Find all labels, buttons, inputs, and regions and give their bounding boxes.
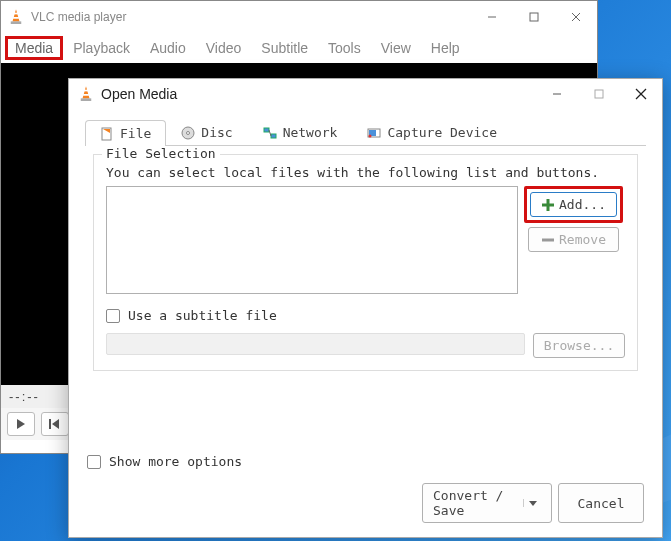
menu-subtitle[interactable]: Subtitle xyxy=(251,36,318,60)
open-media-dialog: Open Media File Disc Network Capture Dev… xyxy=(68,78,663,538)
tab-file[interactable]: File xyxy=(85,120,166,146)
disc-icon xyxy=(181,126,195,140)
svg-rect-3 xyxy=(13,17,19,19)
tab-disc-label: Disc xyxy=(201,125,232,140)
om-close-button[interactable] xyxy=(620,79,662,109)
menu-tools[interactable]: Tools xyxy=(318,36,371,60)
show-more-label: Show more options xyxy=(109,454,242,469)
minimize-button[interactable] xyxy=(471,2,513,32)
file-selection-legend: File Selection xyxy=(102,146,220,161)
tab-capture-label: Capture Device xyxy=(387,125,497,140)
minus-icon xyxy=(541,233,555,247)
subtitle-checkbox[interactable] xyxy=(106,309,120,323)
add-button-highlight: Add... xyxy=(524,186,623,223)
remove-button[interactable]: Remove xyxy=(528,227,619,252)
convert-save-label: Convert / Save xyxy=(433,488,519,518)
convert-dropdown[interactable] xyxy=(523,499,541,507)
om-maximize-button[interactable] xyxy=(578,79,620,109)
menu-help[interactable]: Help xyxy=(421,36,470,60)
menu-media[interactable]: Media xyxy=(5,36,63,60)
open-media-title: Open Media xyxy=(101,86,536,102)
browse-button[interactable]: Browse... xyxy=(533,333,625,358)
vlc-icon xyxy=(79,86,93,102)
plus-icon xyxy=(541,198,555,212)
file-icon xyxy=(100,127,114,141)
svg-marker-10 xyxy=(52,419,59,429)
svg-rect-30 xyxy=(542,203,554,206)
menu-view[interactable]: View xyxy=(371,36,421,60)
svg-rect-1 xyxy=(11,21,22,24)
svg-marker-0 xyxy=(13,9,20,21)
open-media-tabs: File Disc Network Capture Device xyxy=(85,119,646,146)
tab-capture[interactable]: Capture Device xyxy=(352,119,512,145)
show-more-checkbox[interactable] xyxy=(87,455,101,469)
file-selection-group: File Selection You can select local file… xyxy=(93,154,638,371)
svg-rect-13 xyxy=(84,90,88,92)
tab-disc[interactable]: Disc xyxy=(166,119,247,145)
capture-icon xyxy=(367,126,381,140)
close-button[interactable] xyxy=(555,2,597,32)
subtitle-path-input[interactable] xyxy=(106,333,525,355)
svg-rect-24 xyxy=(271,134,276,138)
svg-line-25 xyxy=(269,130,271,136)
vlc-icon xyxy=(9,9,23,25)
svg-rect-14 xyxy=(83,94,89,96)
cancel-button[interactable]: Cancel xyxy=(558,483,644,523)
svg-rect-16 xyxy=(595,90,603,98)
subtitle-label: Use a subtitle file xyxy=(128,308,277,323)
svg-marker-8 xyxy=(17,419,25,429)
svg-rect-2 xyxy=(14,13,18,15)
maximize-button[interactable] xyxy=(513,2,555,32)
tab-file-label: File xyxy=(120,126,151,141)
menu-audio[interactable]: Audio xyxy=(140,36,196,60)
add-button-label: Add... xyxy=(559,197,606,212)
cancel-button-label: Cancel xyxy=(578,496,625,511)
svg-rect-31 xyxy=(542,238,554,241)
svg-rect-12 xyxy=(81,98,92,101)
svg-rect-9 xyxy=(49,419,51,429)
om-minimize-button[interactable] xyxy=(536,79,578,109)
browse-button-label: Browse... xyxy=(544,338,614,353)
vlc-menubar: Media Playback Audio Video Subtitle Tool… xyxy=(1,33,597,63)
vlc-titlebar[interactable]: VLC media player xyxy=(1,1,597,33)
svg-rect-23 xyxy=(264,128,269,132)
convert-save-button[interactable]: Convert / Save xyxy=(422,483,552,523)
svg-point-28 xyxy=(369,134,372,137)
svg-rect-5 xyxy=(530,13,538,21)
add-button[interactable]: Add... xyxy=(530,192,617,217)
svg-point-22 xyxy=(187,131,190,134)
remove-button-label: Remove xyxy=(559,232,606,247)
chevron-down-icon xyxy=(529,499,537,507)
svg-marker-32 xyxy=(529,501,537,506)
open-media-titlebar[interactable]: Open Media xyxy=(69,79,662,109)
menu-video[interactable]: Video xyxy=(196,36,252,60)
svg-marker-11 xyxy=(83,86,90,98)
file-list[interactable] xyxy=(106,186,518,294)
tab-network[interactable]: Network xyxy=(248,119,353,145)
tab-network-label: Network xyxy=(283,125,338,140)
menu-playback[interactable]: Playback xyxy=(63,36,140,60)
previous-button[interactable] xyxy=(41,412,69,436)
play-button[interactable] xyxy=(7,412,35,436)
show-more-options[interactable]: Show more options xyxy=(87,454,242,469)
vlc-title: VLC media player xyxy=(31,10,471,24)
network-icon xyxy=(263,126,277,140)
file-selection-hint: You can select local files with the foll… xyxy=(106,165,625,180)
